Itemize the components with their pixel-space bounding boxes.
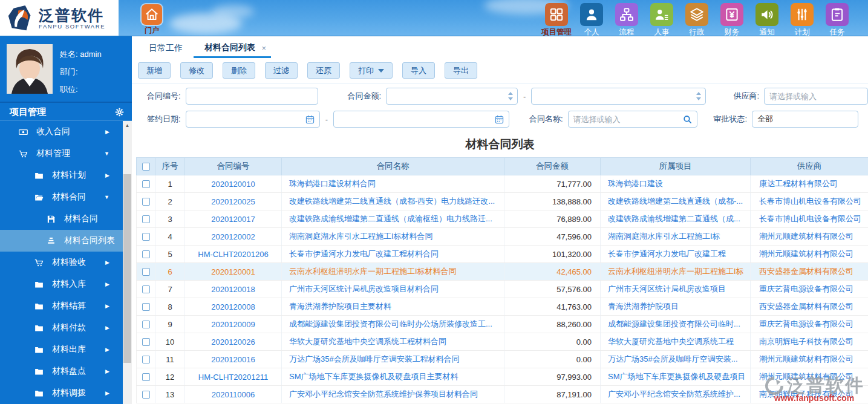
row-checkbox[interactable] [142, 285, 150, 293]
contract-name-link[interactable]: 云南水利枢纽潜明水库一期工程施工I标材料合同 [289, 267, 457, 276]
project-link[interactable]: 青海洪湖养护院项目 [608, 302, 679, 311]
column-header[interactable]: 序号 [155, 158, 185, 175]
supplier-link[interactable]: 西安盛器金属材料有限公司 [759, 267, 853, 276]
contract-name-link[interactable]: 万达广场35#会所及咖啡厅空调安装工程材料合同 [289, 354, 460, 363]
scrollbar-thumb[interactable] [123, 174, 131, 363]
supplier-link[interactable]: 长春市博山机电设备有限公司 [759, 197, 861, 206]
sidebar-menu-item[interactable]: 材料结算 [0, 295, 123, 317]
row-checkbox[interactable] [142, 198, 150, 206]
project-link[interactable]: 湖南洞庭湖水库引水工程施工I标 [608, 232, 720, 241]
row-checkbox[interactable] [142, 373, 150, 381]
row-checkbox[interactable] [142, 268, 150, 276]
supplier-link[interactable]: 重庆艺普电源设备有限公司 [759, 319, 853, 328]
select-all-checkbox[interactable] [142, 163, 150, 171]
table-row[interactable]: 6 2020120001 云南水利枢纽潜明水库一期工程施工I标材料合同 42,4… [137, 263, 868, 281]
contract-name-link[interactable]: 青海洪湖养护院项目主要材料 [289, 302, 391, 311]
table-row[interactable]: 1 2020120010 珠海鹤港口建设材料合同 71,777.00 珠海鹤港口… [137, 175, 868, 193]
tab-material-contract-list[interactable]: 材料合同列表 × [194, 38, 271, 58]
amount-max-input[interactable] [532, 89, 694, 103]
supplier-link[interactable]: 重庆艺普电源设备有限公司 [759, 284, 853, 293]
project-link[interactable]: 改建铁路成渝线增建第二直通线（成... [608, 214, 740, 223]
module-item[interactable]: 财务 [714, 3, 749, 36]
scrollbar-up-arrow-icon[interactable]: ▲ [123, 121, 132, 130]
module-item[interactable]: 计划 [785, 3, 820, 36]
gear-icon[interactable] [114, 107, 125, 117]
contract-name-link[interactable]: 成都能源建设集团投资有限公司临时办公场所装修改造工... [289, 319, 492, 328]
toolbar-button[interactable]: 导出 [445, 62, 477, 79]
row-checkbox[interactable] [142, 215, 150, 223]
search-icon[interactable] [682, 114, 693, 125]
table-row[interactable]: 13 2020110006 广安邓小平纪念馆安全防范系统维护保养项目材料合同 8… [137, 386, 868, 403]
toolbar-button[interactable]: 导入 [402, 62, 435, 79]
row-checkbox[interactable] [142, 356, 150, 363]
row-checkbox[interactable] [142, 180, 150, 188]
project-link[interactable]: 珠海鹤港口建设 [608, 179, 663, 188]
contract-no-link[interactable]: 2020120008 [211, 302, 255, 311]
contract-no-link[interactable]: 2020120010 [211, 180, 255, 189]
contract-no-link[interactable]: 2020120018 [211, 285, 255, 294]
table-row[interactable]: 4 2020120002 湖南洞庭湖水库引水工程施工I标材料合同 47,596.… [137, 228, 868, 246]
supplier-link[interactable]: 南京明辉电子科技有限公司 [759, 337, 853, 346]
table-row[interactable]: 7 2020120018 广州市天河区统计局机房改造项目材料合同 57,576.… [137, 281, 868, 298]
table-row[interactable]: 11 2020120016 万达广场35#会所及咖啡厅空调安装工程材料合同 0.… [137, 351, 868, 368]
sidebar-menu-item[interactable]: 材料付款 [0, 317, 123, 339]
project-link[interactable]: 万达广场35#会所及咖啡厅空调安装... [608, 354, 738, 363]
date-from-input[interactable] [186, 112, 305, 126]
close-tab-icon[interactable]: × [261, 39, 266, 57]
sidebar-menu-item[interactable]: 材料验收 [0, 252, 123, 273]
supplier-link[interactable]: 康达工程材料有限公司 [759, 179, 838, 188]
column-header[interactable]: 供应商 [751, 158, 868, 175]
sidebar-menu-item[interactable]: 材料合同 [0, 186, 123, 208]
contract-name-link[interactable]: 广安邓小平纪念馆安全防范系统维护保养项目材料合同 [289, 389, 478, 399]
module-item[interactable]: 个人 [574, 3, 609, 36]
spinner-arrows[interactable] [694, 92, 705, 100]
project-link[interactable]: 改建铁路线增建第二线直通线（成都-... [608, 197, 743, 206]
toolbar-button[interactable]: 还原 [307, 62, 340, 79]
supplier-link[interactable]: 潮州元顺建筑材料有限公司 [759, 232, 853, 241]
contract-no-link[interactable]: 2020120001 [211, 267, 255, 276]
toolbar-button[interactable]: 新增 [138, 62, 171, 79]
column-header[interactable]: 合同编号 [185, 158, 282, 175]
row-checkbox[interactable] [142, 303, 150, 311]
contract-no-link[interactable]: 2020120009 [211, 320, 255, 329]
project-link[interactable]: 广安邓小平纪念馆安全防范系统维护... [608, 389, 740, 399]
approval-status-input[interactable] [752, 112, 858, 126]
module-item[interactable]: 任务 [820, 3, 855, 36]
toolbar-button[interactable]: 修改 [180, 62, 213, 79]
contract-no-input[interactable] [186, 89, 318, 103]
module-item[interactable]: 行政 [679, 3, 714, 36]
sidebar-scrollbar[interactable]: ▲ [123, 121, 132, 404]
project-link[interactable]: 长春市伊通河水力发电厂改建工程 [608, 249, 726, 258]
row-checkbox[interactable] [142, 338, 150, 346]
contract-no-link[interactable]: 2020120025 [211, 197, 255, 206]
row-checkbox[interactable] [142, 391, 150, 399]
project-link[interactable]: SM广场地下车库更换摄像机及硬盘项目 [608, 372, 746, 381]
date-to-input[interactable] [334, 112, 494, 126]
supplier-link[interactable]: 长春市博山机电设备有限公司 [759, 214, 861, 223]
sidebar-menu-item[interactable]: 材料合同列表 [0, 230, 123, 252]
toolbar-button[interactable]: 删除 [223, 62, 255, 79]
toolbar-button[interactable]: 打印 [350, 62, 393, 79]
column-header[interactable]: 合同名称 [282, 158, 504, 175]
contract-no-link[interactable]: 2020120002 [211, 232, 255, 241]
supplier-input[interactable] [765, 89, 867, 103]
project-link[interactable]: 华软大厦研究基地中央空调系统工程 [608, 337, 734, 346]
sidebar-section-header[interactable]: 项目管理 [0, 102, 132, 121]
table-row[interactable]: 9 2020120009 成都能源建设集团投资有限公司临时办公场所装修改造工..… [137, 316, 868, 333]
row-checkbox[interactable] [142, 321, 150, 328]
contract-no-link[interactable]: 2020120026 [211, 337, 255, 347]
contract-no-link[interactable]: 2020110006 [212, 390, 255, 399]
supplier-link[interactable]: 潮州元顺建筑材料有限公司 [759, 372, 853, 381]
calendar-icon[interactable] [494, 114, 504, 125]
portal-button[interactable]: 门户 [138, 4, 166, 36]
contract-no-link[interactable]: 2020120017 [211, 215, 255, 224]
table-row[interactable]: 8 2020120008 青海洪湖养护院项目主要材料 41,763.00 青海洪… [137, 298, 868, 316]
project-link[interactable]: 广州市天河区统计局机房改造项目 [608, 284, 726, 293]
contract-name-link[interactable]: 珠海鹤港口建设材料合同 [289, 179, 376, 188]
project-link[interactable]: 成都能源建设集团投资有限公司临时... [608, 319, 740, 328]
sidebar-menu-item[interactable]: 材料调拨 [0, 382, 123, 404]
table-row[interactable]: 2 2020120025 改建铁路线增建第二线直通线（成都-西安）电力线路迁改.… [137, 193, 868, 210]
row-checkbox[interactable] [142, 233, 150, 241]
amount-min-input[interactable] [387, 89, 506, 103]
contract-name-link[interactable]: 华软大厦研究基地中央空调系统工程材料合同 [289, 337, 446, 346]
